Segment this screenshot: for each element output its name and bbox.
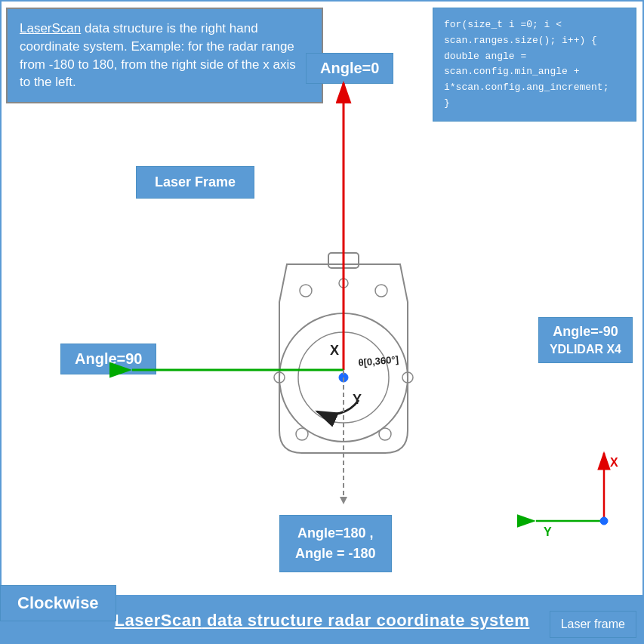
svg-marker-22 (340, 497, 347, 504)
svg-text:θ[0,360°]: θ[0,360°] (358, 353, 399, 368)
laserscan-underline: LaserScan (115, 611, 202, 630)
bottom-bar-title: LaserScan data structure radar coordinat… (115, 611, 530, 630)
svg-point-2 (375, 285, 387, 297)
svg-text:Y: Y (544, 525, 552, 538)
laser-frame-small-label: Laser frame (550, 611, 636, 638)
svg-text:X: X (330, 343, 339, 358)
lidar-diagram: X Y θ[0,360°] X (0, 0, 644, 596)
svg-point-25 (600, 517, 608, 525)
svg-point-6 (296, 428, 308, 440)
svg-point-1 (300, 285, 312, 297)
bottom-bar-suffix: data structure radar coordinate system (202, 611, 529, 630)
svg-point-7 (379, 428, 391, 440)
svg-text:X: X (610, 456, 618, 469)
